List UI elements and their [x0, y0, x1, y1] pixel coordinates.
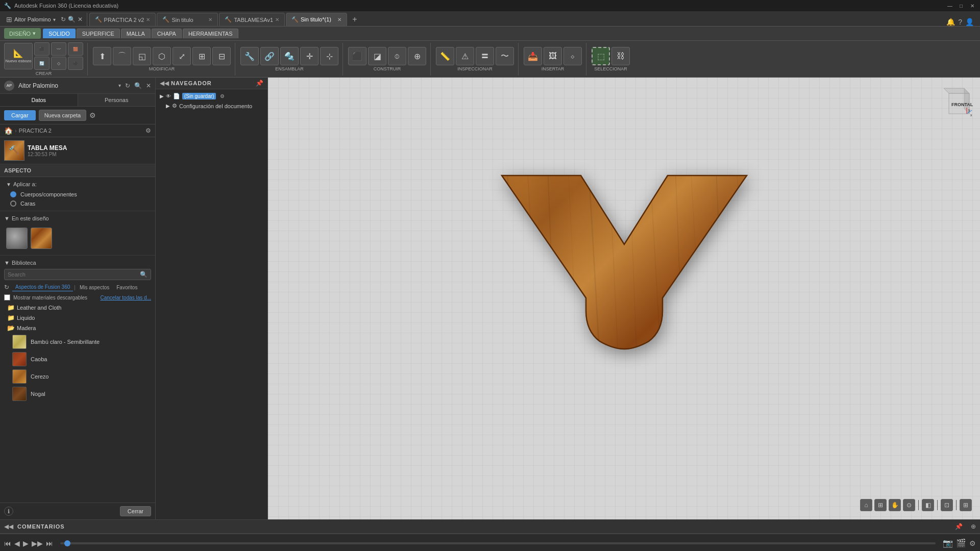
btn-combinar[interactable]: ⊞ [192, 47, 211, 65]
vp-btn-grid[interactable]: ⊞ [960, 499, 972, 511]
material-cerezo[interactable]: Cerezo [4, 368, 151, 385]
btn-articulacion-rigida[interactable]: 🔩 [280, 47, 299, 65]
tab-sintitulo1[interactable]: 🔨 Sin titulo*(1) ✕ [286, 13, 347, 26]
nav-item-root[interactable]: ▶ 👁 📄 (Sin guardar) ⚙ [156, 91, 267, 101]
cancel-downloads-link[interactable]: Cancelar todas las d... [101, 295, 152, 300]
account-icon[interactable]: 👤 [965, 18, 974, 26]
close-button[interactable]: ✕ [969, 2, 976, 9]
bib-tab-favoritos[interactable]: Favoritos [113, 284, 140, 291]
nueva-carpeta-button[interactable]: Nueva carpeta [39, 110, 87, 121]
search-input[interactable] [5, 270, 137, 279]
notifications-icon[interactable]: 🔔 [946, 18, 955, 26]
new-tab-button[interactable]: + [348, 13, 361, 26]
btn-curvatura[interactable]: 〜 [496, 47, 514, 65]
minimize-button[interactable]: — [946, 2, 953, 9]
panel-tab-personas[interactable]: Personas [78, 94, 156, 106]
toolbar-search-icon[interactable]: 🔍 [134, 82, 142, 89]
btn-barrido[interactable]: 〰 [51, 42, 66, 56]
btn-punto[interactable]: ⊕ [408, 47, 426, 65]
comments-expand-icon[interactable]: ⊕ [971, 523, 976, 530]
btn-seleccion-ventana[interactable]: ⬚ [592, 47, 610, 65]
toolbar-tab-herramientas[interactable]: HERRAMIENTAS [183, 29, 238, 38]
maximize-button[interactable]: □ [958, 2, 965, 9]
breadcrumb-practica2[interactable]: PRACTICA 2 [19, 128, 52, 134]
material-bambu[interactable]: Bambú claro - Semibrillante [4, 333, 151, 350]
toolbar-refresh-icon[interactable]: ↻ [125, 82, 130, 89]
user-dropdown-icon[interactable]: ▾ [53, 17, 56, 22]
anim-prev-button[interactable]: ◀ [14, 539, 20, 547]
toolbar-tab-malla[interactable]: MALLA [121, 29, 151, 38]
vp-btn-layout[interactable]: ⊞ [874, 499, 887, 511]
btn-interferencia[interactable]: ⚠ [456, 47, 474, 65]
material-caoba[interactable]: Caoba [4, 350, 151, 368]
material-nogal[interactable]: Nogal [4, 385, 151, 403]
timeline-thumb[interactable] [64, 540, 70, 546]
anim-next-button[interactable]: ▶▶ [32, 539, 43, 547]
btn-zebra[interactable]: 〓 [476, 47, 494, 65]
project-item[interactable]: 🔨 TABLA MESA 12:30:53 PM [0, 137, 155, 164]
swatch-wood[interactable] [31, 228, 52, 249]
btn-insertar-imagen[interactable]: 🖼 [544, 47, 562, 65]
tab-tablamesav1[interactable]: 🔨 TABLAMESAv1 ✕ [219, 13, 285, 26]
btn-eje[interactable]: ⌽ [388, 47, 406, 65]
tab-practica2v2-close[interactable]: ✕ [146, 17, 150, 22]
vp-btn-home[interactable]: ⌂ [860, 499, 872, 511]
info-button[interactable]: ℹ [4, 507, 13, 516]
anim-start-button[interactable]: ⏮ [4, 539, 11, 547]
btn-medir[interactable]: 📏 [436, 47, 454, 65]
nav-settings-icon[interactable]: ⚙ [220, 93, 225, 99]
btn-extruir[interactable]: ⬛ [34, 42, 50, 56]
close-tab-icon[interactable]: ✕ [78, 16, 83, 23]
btn-chaflan[interactable]: ◱ [133, 47, 151, 65]
cerrar-button[interactable]: Cerrar [120, 506, 151, 516]
nav-item-config[interactable]: ▶ ⚙ Configuración del documento [156, 101, 267, 111]
nav-collapse-icon[interactable]: ◀◀ [160, 80, 169, 87]
comments-collapse-icon[interactable]: ◀◀ [4, 523, 13, 530]
nav-pin-icon[interactable]: 📌 [256, 80, 263, 87]
radio-caras[interactable]: Caras [10, 201, 149, 207]
downloadable-checkbox[interactable] [4, 294, 10, 300]
btn-articulacion[interactable]: 🔗 [260, 47, 279, 65]
tab-practica2v2[interactable]: 🔨 PRACTICA 2 v2 ✕ [89, 13, 156, 26]
search-tab-icon[interactable]: 🔍 [68, 16, 76, 23]
radio-cuerpos[interactable]: Cuerpos/componentes [10, 191, 149, 197]
btn-caja[interactable]: 🟫 [68, 42, 83, 56]
viewport[interactable]: FRONTAL y x ⌂ ⊞ ✋ ⊙ ◧ ⊡ ⊞ [268, 78, 980, 519]
btn-nuevo-componente[interactable]: 🔧 [240, 47, 259, 65]
vp-btn-zoom-fit[interactable]: ⊙ [903, 499, 915, 511]
btn-redondear[interactable]: ⌒ [113, 47, 131, 65]
vp-btn-display[interactable]: ⊡ [941, 499, 953, 511]
breadcrumb-settings-icon[interactable]: ⚙ [145, 127, 151, 134]
vp-btn-view-mode[interactable]: ◧ [922, 499, 934, 511]
btn-presionar-jalar[interactable]: ⬆ [93, 47, 111, 65]
tab-sintitulo1-close[interactable]: ✕ [337, 17, 341, 22]
bib-tab-fusion[interactable]: Aspectos de Fusion 360 [12, 283, 73, 291]
btn-mover-copiar[interactable]: ✛ [300, 47, 318, 65]
bib-tab-mis[interactable]: Mis aspectos [77, 284, 112, 291]
toolbar-tab-solido[interactable]: SOLIDO [43, 29, 76, 38]
btn-reemplazar-cara[interactable]: ⊟ [212, 47, 231, 65]
btn-shell[interactable]: ⬡ [153, 47, 171, 65]
nav-eye-icon[interactable]: 👁 [166, 93, 171, 99]
btn-cilindro[interactable]: ⚫ [68, 57, 83, 70]
swatch-metal[interactable] [6, 228, 28, 249]
category-leather[interactable]: 📁 Leather and Cloth [4, 303, 151, 313]
panel-settings-button[interactable]: ⚙ [89, 111, 96, 119]
btn-insertar-dxf[interactable]: 📥 [524, 47, 542, 65]
btn-plano-angulo[interactable]: ◪ [368, 47, 386, 65]
btn-solevado[interactable]: ◇ [51, 57, 66, 70]
category-liquido[interactable]: 📁 Liquido [4, 313, 151, 323]
tab-sintitulo-close[interactable]: ✕ [208, 17, 212, 22]
anim-camera-icon[interactable]: 📷 [943, 538, 953, 548]
tab-sintitulo[interactable]: 🔨 Sin titulo ✕ [157, 13, 218, 26]
user-dropdown-arrow[interactable]: ▾ [118, 83, 121, 88]
category-madera[interactable]: 📂 Madera [4, 323, 151, 333]
anim-end-button[interactable]: ⏭ [46, 539, 53, 547]
toolbar-tab-chapa[interactable]: CHAPA [152, 29, 182, 38]
btn-plano-desfase[interactable]: ⬛ [348, 47, 366, 65]
design-button[interactable]: DISEÑO ▾ [4, 28, 41, 39]
view-cube[interactable]: FRONTAL y x [941, 86, 972, 116]
toolbar-close-icon[interactable]: ✕ [146, 82, 151, 89]
anim-settings-icon[interactable]: ⚙ [969, 539, 976, 547]
bib-refresh-icon[interactable]: ↻ [4, 284, 9, 291]
